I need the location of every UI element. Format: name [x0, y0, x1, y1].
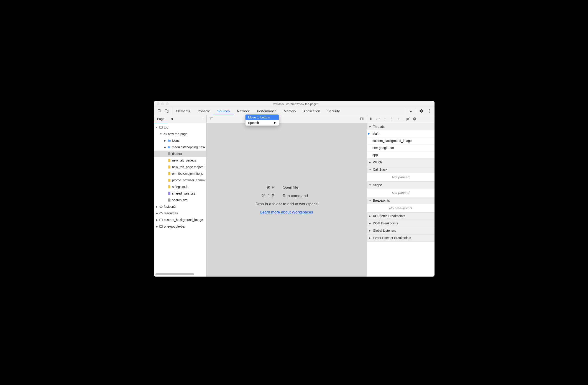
tree-item[interactable]: ▶one-google-bar: [154, 223, 206, 230]
breakpoints-placeholder: No breakpoints: [367, 204, 435, 212]
callstack-section-header[interactable]: ▼Call Stack: [367, 166, 435, 173]
cloud-icon: [163, 132, 167, 136]
js-icon: [167, 178, 171, 182]
tree-item[interactable]: new_tab_page.mojom-lite.js: [154, 164, 206, 171]
debugger-pane: ▼Threads Maincustom_background_imageone-…: [367, 115, 435, 277]
dom-section-header[interactable]: ▶DOM Breakpoints: [367, 220, 435, 227]
tree-item-label: modules/shopping_tasks: [172, 145, 205, 149]
tree-item[interactable]: ▶favicon2: [154, 203, 206, 210]
step-over-icon[interactable]: [375, 116, 381, 122]
svg-point-7: [202, 119, 203, 119]
frame-icon: [159, 218, 163, 222]
file-tree[interactable]: ▼top▼new-tab-page▶icons▶modules/shopping…: [154, 123, 206, 272]
tree-item[interactable]: ▶custom_background_image: [154, 217, 206, 223]
hide-navigator-icon[interactable]: [208, 115, 215, 123]
watch-section-header[interactable]: ▶Watch: [367, 159, 435, 166]
tree-item[interactable]: ▶modules/shopping_tasks: [154, 144, 206, 150]
tab-memory[interactable]: Memory: [280, 107, 300, 115]
tree-item[interactable]: ▼new-tab-page: [154, 131, 206, 137]
navigator-menu-icon[interactable]: [199, 115, 206, 123]
step-into-icon[interactable]: [382, 116, 388, 122]
thread-item[interactable]: Main: [367, 130, 435, 137]
disclosure-triangle-icon[interactable]: ▼: [155, 126, 159, 129]
tree-item[interactable]: (index): [154, 150, 206, 157]
tree-item[interactable]: strings.m.js: [154, 184, 206, 190]
pause-exceptions-icon[interactable]: [412, 116, 418, 122]
device-toolbar-icon[interactable]: [163, 107, 170, 115]
threads-section-header[interactable]: ▼Threads: [367, 123, 435, 130]
thread-item[interactable]: app: [367, 151, 435, 159]
disclosure-triangle-icon[interactable]: ▼: [159, 133, 163, 135]
thread-item[interactable]: one-google-bar: [367, 144, 435, 151]
deactivate-breakpoints-icon[interactable]: [405, 116, 411, 122]
tree-item[interactable]: shared_vars.css: [154, 190, 206, 197]
disclosure-triangle-icon[interactable]: ▶: [155, 212, 159, 215]
navigator-pane: Page » ▼top▼new-tab-page▶icons▶modules/s…: [154, 115, 207, 277]
tab-performance[interactable]: Performance: [253, 107, 280, 115]
context-menu-item[interactable]: Move to bottom: [246, 115, 279, 120]
context-menu: Move to bottomSpeech▶: [245, 114, 279, 126]
kebab-menu-icon[interactable]: [426, 107, 433, 115]
tab-security[interactable]: Security: [324, 107, 343, 115]
doc-icon: [167, 152, 171, 156]
disclosure-triangle-icon[interactable]: ▶: [155, 225, 159, 228]
tab-sources[interactable]: Sources: [214, 107, 233, 115]
svg-point-6: [202, 118, 203, 118]
tree-item[interactable]: ▼top: [154, 124, 206, 131]
tree-item[interactable]: ▶icons: [154, 137, 206, 144]
pause-icon[interactable]: [368, 116, 374, 122]
zoom-window-button[interactable]: [166, 103, 168, 105]
window-title: DevTools - chrome://new-tab-page/: [168, 102, 435, 106]
horizontal-scrollbar[interactable]: [154, 272, 206, 277]
titlebar: DevTools - chrome://new-tab-page/: [154, 101, 435, 107]
tree-item-label: custom_background_image: [164, 218, 203, 222]
tree-item[interactable]: promo_browser_command.mojom-lite.js: [154, 177, 206, 184]
svg-point-5: [429, 112, 430, 112]
shortcut-label: Run command: [283, 194, 328, 198]
close-window-button[interactable]: [157, 103, 159, 105]
tab-application[interactable]: Application: [300, 107, 324, 115]
tree-item-label: strings.m.js: [172, 185, 188, 189]
hide-debugger-icon[interactable]: [358, 115, 365, 123]
step-icon[interactable]: [395, 116, 402, 122]
breakpoints-section-header[interactable]: ▼Breakpoints: [367, 197, 435, 204]
svg-rect-24: [414, 118, 415, 119]
frame-icon: [159, 125, 163, 129]
minimize-window-button[interactable]: [161, 103, 164, 105]
svg-point-4: [429, 111, 430, 111]
scope-section-header[interactable]: ▼Scope: [367, 182, 435, 189]
navigator-more-tabs[interactable]: »: [168, 115, 177, 123]
cloud-icon: [159, 211, 163, 215]
tree-item[interactable]: new_tab_page.js: [154, 157, 206, 164]
more-tabs-button[interactable]: »: [408, 109, 414, 113]
svg-point-18: [376, 119, 377, 120]
tree-item[interactable]: search.svg: [154, 197, 206, 203]
xhr-section-header[interactable]: ▶XHR/fetch Breakpoints: [367, 213, 435, 220]
tree-item[interactable]: ▶resources: [154, 210, 206, 217]
scope-placeholder: Not paused: [367, 189, 435, 197]
window-controls: [154, 103, 168, 105]
event-section-header[interactable]: ▶Event Listener Breakpoints: [367, 235, 435, 241]
tab-console[interactable]: Console: [194, 107, 214, 115]
svg-point-8: [202, 120, 203, 120]
page-tab[interactable]: Page: [154, 115, 168, 123]
tree-item[interactable]: omnibox.mojom-lite.js: [154, 171, 206, 177]
context-menu-item[interactable]: Speech▶: [246, 120, 279, 126]
disclosure-triangle-icon[interactable]: ▶: [164, 146, 167, 149]
tab-elements[interactable]: Elements: [172, 107, 194, 115]
global-section-header[interactable]: ▶Global Listeners: [367, 227, 435, 234]
tab-network[interactable]: Network: [233, 107, 253, 115]
inspect-element-icon[interactable]: [156, 107, 163, 115]
settings-icon[interactable]: [418, 107, 425, 115]
disclosure-triangle-icon[interactable]: ▶: [155, 205, 159, 208]
step-out-icon[interactable]: [389, 116, 395, 122]
folder-icon: [167, 145, 171, 149]
disclosure-triangle-icon[interactable]: ▶: [155, 218, 159, 221]
js-icon: [167, 165, 171, 169]
tree-item-label: icons: [172, 139, 180, 142]
disclosure-triangle-icon[interactable]: ▶: [164, 139, 167, 142]
thread-item[interactable]: custom_background_image: [367, 137, 435, 144]
shortcut-label: Open file: [283, 185, 328, 190]
workspaces-link[interactable]: Learn more about Workspaces: [260, 210, 313, 214]
svg-rect-25: [414, 120, 415, 120]
